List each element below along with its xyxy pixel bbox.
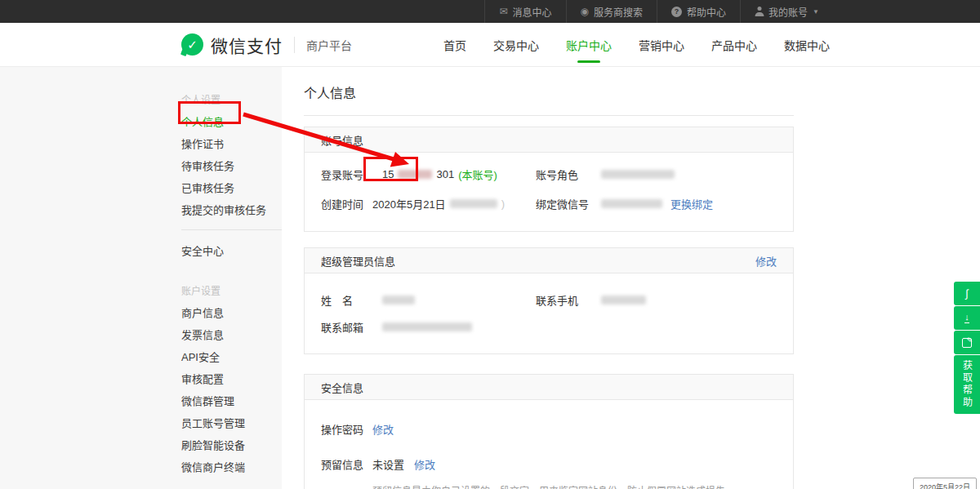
sidebar-item-wechat-group-mgmt[interactable]: 微信群管理: [181, 389, 282, 411]
share-icon: ∫: [965, 288, 969, 299]
sidebar-item-face-smart-device[interactable]: 刷脸智能设备: [181, 433, 282, 456]
redacted-value: [450, 199, 497, 208]
paren-char: ): [501, 198, 505, 210]
edit-icon: [962, 338, 972, 348]
card-title: 超级管理员信息: [321, 253, 395, 269]
card-title: 账号信息: [321, 132, 363, 148]
date-tooltip: 2020年5月22日: [913, 478, 977, 489]
redacted-value: [601, 170, 675, 179]
nav-account-center[interactable]: 账户中心: [566, 37, 612, 53]
sidebar-item-reviewed-tasks[interactable]: 已审核任务: [181, 176, 282, 198]
admin-phone-label: 联系手机: [536, 292, 601, 308]
topbar-item-label: 我的账号: [768, 5, 808, 19]
download-button[interactable]: ↓: [954, 306, 980, 330]
sidebar-item-merchant-info[interactable]: 商户信息: [181, 301, 282, 323]
search-icon: ◉: [581, 7, 589, 16]
main-content: 个人信息 账号信息 登录账号 15 301 (本账号) 账号角色: [282, 67, 980, 489]
reserve-info-value: 未设置: [372, 456, 404, 472]
nav-marketing-center[interactable]: 营销中心: [639, 37, 684, 53]
get-help-button[interactable]: 获取帮助: [954, 355, 980, 414]
check-icon: ✓: [187, 38, 198, 52]
account-role-value: [601, 170, 675, 179]
wechat-pay-logo-icon[interactable]: ✓: [181, 33, 203, 56]
header: ✓ 微信支付 商户平台 首页 交易中心 账户中心 营销中心 产品中心 数据中心: [0, 23, 980, 67]
bound-wechat-label: 绑定微信号: [536, 196, 601, 211]
sidebar-item-pending-review-tasks[interactable]: 待审核任务: [181, 154, 282, 176]
feedback-button[interactable]: [954, 331, 980, 354]
topbar-item-help-center[interactable]: ? 帮助中心: [657, 0, 741, 23]
page-body: 个人设置 个人信息 操作证书 待审核任务 已审核任务 我提交的审核任务 安全中心…: [0, 67, 980, 489]
change-binding-link[interactable]: 更换绑定: [670, 196, 713, 211]
sidebar-item-security-center[interactable]: 安全中心: [181, 239, 282, 261]
admin-phone-value: [601, 296, 646, 305]
security-info-card-body: 操作密码 修改 预留信息 未设置 修改 预留信息是由你自己设置的一段文字，用来鉴…: [305, 400, 793, 489]
account-role-label: 账号角色: [536, 167, 601, 182]
login-account-row: 登录账号 15 301 (本账号) 账号角色: [321, 159, 777, 189]
redacted-value: [382, 296, 415, 305]
question-icon: ?: [671, 7, 682, 17]
modify-reserve-link[interactable]: 修改: [414, 456, 435, 472]
topbar: ✉ 消息中心 ◉ 服务商搜索 ? 帮助中心 我的账号 ▼: [0, 0, 980, 23]
redacted-value: [601, 199, 662, 208]
modify-admin-link[interactable]: 修改: [755, 253, 777, 269]
sidebar-item-staff-account-mgmt[interactable]: 员工账号管理: [181, 411, 282, 433]
super-admin-card-body: 姓 名 联系手机 联系邮箱: [305, 273, 793, 353]
admin-name-label: 姓 名: [321, 292, 372, 308]
modify-password-link[interactable]: 修改: [372, 421, 394, 437]
nav-transaction-center[interactable]: 交易中心: [493, 37, 539, 53]
operation-password-row: 操作密码 修改: [321, 411, 777, 447]
current-account-tag: (本账号): [458, 167, 497, 182]
account-info-card-body: 登录账号 15 301 (本账号) 账号角色 创建时间 2020年: [305, 153, 793, 231]
login-account-label: 登录账号: [321, 167, 372, 182]
portal-label: 商户平台: [306, 37, 352, 53]
sidebar-group-account-settings: 账户设置: [181, 279, 282, 301]
created-date: 2020年5月21日: [372, 196, 446, 211]
reserve-info-notes: 预留信息是由你自己设置的一段文字，用来鉴定网站身份，防止假冒网站造成损失。 配置…: [372, 485, 777, 489]
admin-email-value: [372, 322, 536, 331]
sidebar-item-operation-certificate[interactable]: 操作证书: [181, 132, 282, 154]
admin-name-value: [372, 296, 536, 305]
card-title: 安全信息: [321, 380, 363, 395]
sidebar-item-api-security[interactable]: API安全: [181, 345, 282, 367]
download-icon: ↓: [964, 313, 969, 323]
redacted-value: [601, 296, 646, 305]
header-divider: [294, 37, 295, 53]
operation-password-label: 操作密码: [321, 421, 372, 437]
super-admin-card: 超级管理员信息 修改 姓 名 联系手机 联系邮箱: [304, 247, 794, 354]
reserve-info-label: 预留信息: [321, 456, 372, 472]
topbar-item-my-account[interactable]: 我的账号 ▼: [741, 0, 833, 23]
topbar-item-label: 消息中心: [513, 5, 552, 19]
sidebar-item-invoice-info[interactable]: 发票信息: [181, 323, 282, 345]
security-info-card: 安全信息 操作密码 修改 预留信息 未设置 修改 预留信息是由你自己设置的一段文…: [304, 374, 794, 489]
sidebar-item-my-submitted-tasks[interactable]: 我提交的审核任务: [181, 198, 282, 220]
topbar-item-message-center[interactable]: ✉ 消息中心: [484, 0, 566, 23]
user-icon: [755, 7, 764, 16]
sidebar-item-review-config[interactable]: 审核配置: [181, 367, 282, 389]
super-admin-card-header: 超级管理员信息 修改: [305, 248, 793, 273]
sidebar-divider: [181, 229, 282, 230]
sidebar-item-personal-info[interactable]: 个人信息: [181, 110, 282, 132]
created-time-value: 2020年5月21日 ): [372, 196, 536, 211]
created-time-row: 创建时间 2020年5月21日 ) 绑定微信号 更换绑定: [321, 189, 777, 218]
redacted-value: [382, 322, 472, 331]
chevron-down-icon: ▼: [813, 8, 819, 16]
account-info-card: 账号信息 登录账号 15 301 (本账号) 账号角色: [304, 127, 794, 232]
page-title: 个人信息: [304, 82, 980, 102]
sidebar-item-wechat-merchant-terminal[interactable]: 微信商户终端: [181, 456, 282, 478]
nav-home[interactable]: 首页: [443, 37, 466, 53]
nav-product-center[interactable]: 产品中心: [711, 37, 757, 53]
topbar-item-label: 帮助中心: [687, 5, 726, 19]
login-account-prefix: 15: [382, 168, 394, 180]
brand-title: 微信支付: [211, 33, 283, 57]
note-line: 预留信息是由你自己设置的一段文字，用来鉴定网站身份，防止假冒网站造成损失。: [372, 485, 777, 489]
nav-data-center[interactable]: 数据中心: [784, 37, 830, 53]
reserve-info-row: 预留信息 未设置 修改: [321, 447, 777, 482]
security-info-card-header: 安全信息: [305, 375, 793, 400]
sidebar: 个人设置 个人信息 操作证书 待审核任务 已审核任务 我提交的审核任务 安全中心…: [0, 67, 282, 489]
created-time-label: 创建时间: [321, 196, 372, 211]
title-divider: [304, 115, 794, 116]
topbar-item-provider-search[interactable]: ◉ 服务商搜索: [567, 0, 658, 23]
account-info-card-header: 账号信息: [305, 127, 793, 153]
main-nav: 首页 交易中心 账户中心 营销中心 产品中心 数据中心: [443, 37, 830, 53]
share-button[interactable]: ∫: [954, 282, 980, 305]
